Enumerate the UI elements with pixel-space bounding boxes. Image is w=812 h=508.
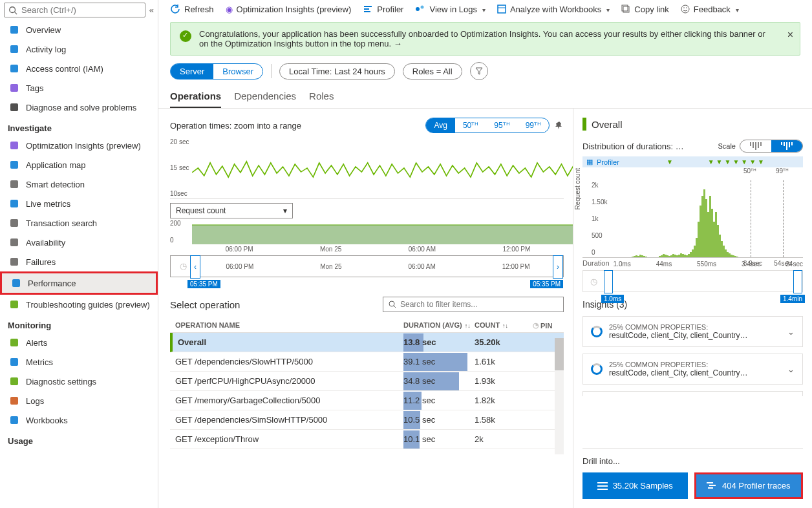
filter-row: Server Browser Local Time: Last 24 hours…: [158, 62, 812, 87]
profiler-icon: ▦: [586, 158, 593, 166]
profiler-traces-button[interactable]: 404 Profiler traces: [694, 472, 804, 499]
collapse-sidebar-icon[interactable]: «: [149, 5, 154, 15]
profiler-icon: [363, 4, 373, 14]
insight-card[interactable]: 25% COMMON PROPERTIES: resultCode, clien…: [582, 316, 803, 347]
workbooks-button[interactable]: Analyze with Workbooks: [497, 5, 610, 14]
table-row[interactable]: GET /perfCPU/HighCPUAsync/2000034.8 sec1…: [170, 372, 564, 391]
roles-chip[interactable]: Roles = All: [403, 63, 462, 79]
success-banner[interactable]: Congratulations, your application has be…: [170, 22, 800, 56]
sidebar-item[interactable]: Smart detection: [0, 175, 158, 194]
search-icon: [389, 301, 396, 308]
sidebar-item-label: Workbooks: [26, 416, 68, 425]
nav: OverviewActivity logAccess control (IAM)…: [0, 20, 158, 508]
workbooks-icon: [9, 415, 19, 425]
insight-card[interactable]: 25% COMMON PROPERTIES: resultCode, clien…: [582, 354, 803, 385]
table-row[interactable]: GET /dependencies/SimSlowHTTP/500010.5 s…: [170, 410, 564, 430]
sidebar-item[interactable]: Overview: [0, 20, 158, 39]
browser-pill[interactable]: Browser: [213, 64, 262, 79]
nav-header-monitoring: Monitoring: [0, 314, 158, 333]
histogram[interactable]: Request count 2k 1.50k 1k 500 0: [582, 180, 803, 258]
sidebar-item[interactable]: Availability: [0, 233, 158, 252]
close-icon[interactable]: ×: [787, 29, 793, 41]
svg-rect-37: [597, 485, 608, 487]
refresh-button[interactable]: Refresh: [170, 4, 214, 14]
chevron-down-icon[interactable]: ⌄: [787, 327, 795, 337]
p99-marker: 99ᵀᴴ: [776, 167, 789, 175]
sidebar-item[interactable]: Logs: [0, 391, 158, 410]
help-icon[interactable]: ◔: [533, 321, 539, 330]
profiler-strip[interactable]: ▦ Profiler ▼ ▼▼▼▼▼▼▼: [582, 156, 803, 167]
sidebar-item[interactable]: Workbooks: [0, 410, 158, 430]
area-chart[interactable]: 200 0: [170, 220, 564, 244]
sidebar-item[interactable]: Live metrics: [0, 194, 158, 213]
sidebar-item[interactable]: Tags: [0, 78, 158, 98]
brush-handle-left[interactable]: ‹: [190, 255, 200, 279]
table-row[interactable]: GET /memory/GarbageCollection/500011.2 s…: [170, 391, 564, 410]
scale-toggle[interactable]: [740, 140, 803, 153]
sidebar-item[interactable]: Optimization Insights (preview): [0, 136, 158, 155]
copy-link-label: Copy link: [634, 5, 668, 14]
duration-slider[interactable]: ◷ 1.0ms 1.4min: [582, 270, 803, 292]
optimization-label: Optimization Insights (preview): [237, 5, 352, 14]
slider-handle-right[interactable]: [793, 270, 802, 293]
table-row[interactable]: GET /dependencies/SlowHTTP/500039.1 sec1…: [170, 352, 564, 372]
sidebar-item[interactable]: Performance: [0, 271, 158, 295]
optimization-button[interactable]: ◉ Optimization Insights (preview): [226, 5, 352, 14]
view-logs-button[interactable]: View in Logs: [415, 4, 485, 14]
sort-icon[interactable]: ↑↓: [465, 323, 471, 329]
search-input[interactable]: [21, 5, 141, 15]
filter-icon[interactable]: [470, 62, 488, 80]
table-row[interactable]: GET /exception/Throw10.1 sec2k: [170, 430, 564, 449]
chevron-down-icon[interactable]: ⌄: [787, 365, 795, 374]
sidebar-item[interactable]: Activity log: [0, 39, 158, 59]
tab-roles[interactable]: Roles: [309, 87, 334, 108]
feedback-button[interactable]: Feedback: [681, 5, 739, 14]
search-box[interactable]: [4, 3, 145, 17]
logs-icon: [9, 396, 19, 406]
sidebar-item-label: Optimization Insights (preview): [26, 141, 141, 151]
time-range-chip[interactable]: Local Time: Last 24 hours: [279, 63, 395, 79]
col-operation[interactable]: OPERATION NAME: [175, 321, 403, 330]
line-chart[interactable]: 20 sec 15 sec 10sec: [170, 137, 564, 199]
pin-icon[interactable]: [555, 121, 564, 130]
time-brush[interactable]: ◷ 06:00 PM Mon 25 06:00 AM 12:00 PM ‹ › …: [170, 255, 564, 277]
slider-handle-left[interactable]: [604, 270, 613, 293]
sidebar-item[interactable]: Failures: [0, 252, 158, 271]
samples-button[interactable]: 35.20k Samples: [582, 472, 688, 499]
p95-pill[interactable]: 95ᵀᴴ: [486, 118, 517, 132]
filter-box[interactable]: [383, 297, 564, 312]
brush-handle-right[interactable]: ›: [553, 255, 563, 279]
p50-pill[interactable]: 50ᵀᴴ: [455, 118, 486, 132]
failures-icon: [9, 257, 19, 267]
tag-icon: [9, 83, 19, 93]
sidebar-item[interactable]: Access control (IAM): [0, 59, 158, 78]
workbooks-label: Analyze with Workbooks: [510, 5, 601, 14]
sidebar-item[interactable]: Application map: [0, 155, 158, 175]
server-pill[interactable]: Server: [171, 64, 213, 79]
col-duration[interactable]: DURATION (AVG): [403, 321, 462, 329]
chart-title: Operation times: zoom into a range: [170, 121, 301, 131]
p99-pill[interactable]: 99ᵀᴴ: [518, 118, 549, 132]
filter-input[interactable]: [400, 300, 558, 309]
sidebar-item[interactable]: Metrics: [0, 352, 158, 372]
svg-rect-19: [10, 397, 18, 405]
avg-pill[interactable]: Avg: [426, 118, 454, 132]
request-count-select[interactable]: Request count ▾: [170, 203, 293, 218]
svg-rect-2: [10, 26, 18, 34]
col-count[interactable]: COUNT: [475, 321, 500, 329]
svg-rect-18: [10, 377, 18, 385]
sidebar-item[interactable]: Diagnostic settings: [0, 372, 158, 391]
copy-link-button[interactable]: Copy link: [621, 5, 668, 14]
tab-dependencies[interactable]: Dependencies: [234, 87, 296, 108]
sidebar-item[interactable]: Troubleshooting guides (preview): [0, 295, 158, 314]
sidebar-item[interactable]: Diagnose and solve problems: [0, 98, 158, 117]
profiler-button[interactable]: Profiler: [363, 4, 403, 14]
sidebar-item[interactable]: Transaction search: [0, 213, 158, 233]
svg-rect-41: [708, 487, 713, 489]
sidebar-item[interactable]: Alerts: [0, 333, 158, 352]
sort-icon[interactable]: ↑↓: [502, 323, 508, 329]
svg-point-0: [10, 6, 16, 12]
table-row[interactable]: Overall13.8 sec35.20k: [170, 333, 564, 352]
tab-operations[interactable]: Operations: [170, 87, 221, 108]
scrollbar[interactable]: [555, 338, 564, 454]
